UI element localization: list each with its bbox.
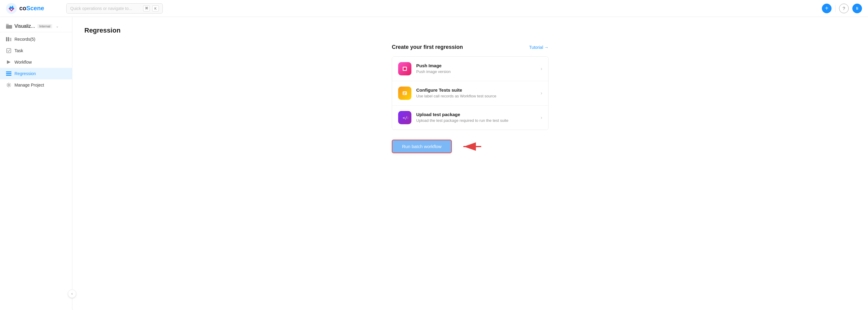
- svg-marker-9: [7, 60, 10, 64]
- header: coScene Quick operations or navigate to.…: [0, 0, 868, 17]
- sidebar-collapse-button[interactable]: ‹: [68, 289, 76, 298]
- step-configure-tests-arrow: ›: [541, 90, 542, 96]
- avatar-button[interactable]: li: [852, 4, 862, 13]
- arrow-svg: [459, 141, 483, 152]
- step-push-image-title: Push Image: [416, 63, 537, 68]
- add-button[interactable]: +: [822, 4, 832, 13]
- page-title: Regression: [84, 27, 856, 34]
- step-push-image[interactable]: Push Image Push image version ›: [392, 57, 548, 81]
- folder-icon: [6, 24, 12, 29]
- tutorial-label: Tutorial: [529, 45, 543, 50]
- arrow-right-icon: →: [544, 45, 549, 50]
- card-header: Create your first regression Tutorial →: [392, 44, 549, 50]
- svg-point-13: [8, 84, 10, 86]
- step-upload-test-package-title: Upload test package: [416, 112, 537, 117]
- upload-test-package-icon: </>: [398, 111, 411, 124]
- svg-rect-6: [10, 39, 11, 40]
- svg-rect-18: [404, 93, 405, 94]
- push-image-icon: [398, 62, 411, 75]
- regression-card: Create your first regression Tutorial →: [392, 44, 549, 153]
- steps-list: Push Image Push image version ›: [392, 56, 549, 130]
- sidebar-project-item[interactable]: Visualiz... Internal ⌄: [0, 21, 72, 32]
- sidebar-regression-label: Regression: [14, 71, 36, 76]
- logo-text: coScene: [19, 5, 44, 12]
- step-configure-tests-desc: Use label call records as Workflow test …: [416, 93, 537, 99]
- gear-icon: [6, 82, 11, 88]
- step-configure-tests[interactable]: Configure Tests suite Use label call rec…: [392, 81, 548, 106]
- svg-rect-4: [8, 37, 9, 41]
- sidebar-task-label: Task: [14, 48, 23, 53]
- svg-rect-15: [404, 67, 406, 70]
- svg-rect-1: [6, 25, 12, 29]
- step-push-image-content: Push Image Push image version: [416, 63, 537, 75]
- step-configure-tests-content: Configure Tests suite Use label call rec…: [416, 87, 537, 99]
- svg-rect-19: [404, 94, 405, 95]
- svg-rect-8: [7, 49, 11, 53]
- sidebar: Visualiz... Internal ⌄ Records(5): [0, 17, 72, 310]
- arrow-indicator: [459, 141, 483, 152]
- run-batch-workflow-button[interactable]: Run batch workflow: [392, 140, 452, 153]
- kbd-k: K: [152, 5, 159, 11]
- step-upload-test-package[interactable]: </> Upload test package Upload the test …: [392, 106, 548, 130]
- logo-icon: [6, 3, 17, 14]
- layout: Visualiz... Internal ⌄ Records(5): [0, 17, 868, 310]
- records-icon: [6, 36, 11, 42]
- svg-rect-5: [10, 38, 11, 38]
- chevron-down-icon: ⌄: [56, 24, 59, 28]
- task-icon: [6, 48, 11, 53]
- svg-rect-10: [6, 72, 11, 73]
- logo-area: coScene: [6, 3, 66, 14]
- search-placeholder: Quick operations or navigate to...: [70, 6, 141, 11]
- sidebar-item-regression[interactable]: Regression: [0, 68, 72, 79]
- search-bar[interactable]: Quick operations or navigate to... ⌘ K: [66, 3, 163, 13]
- sidebar-item-workflow[interactable]: Workflow: [0, 56, 72, 68]
- sidebar-item-manage-project[interactable]: Manage Project: [0, 79, 72, 91]
- sidebar-records-label: Records(5): [14, 37, 35, 41]
- svg-rect-7: [10, 40, 11, 41]
- project-label: Visualiz...: [14, 24, 35, 29]
- step-push-image-arrow: ›: [541, 66, 542, 72]
- svg-rect-12: [6, 75, 11, 76]
- workflow-icon: [6, 59, 11, 65]
- step-upload-test-package-desc: Upload the test package required to run …: [416, 118, 537, 123]
- step-push-image-desc: Push image version: [416, 69, 537, 75]
- help-button[interactable]: ?: [839, 4, 849, 13]
- svg-rect-11: [6, 73, 11, 74]
- header-right: + ? li: [822, 4, 862, 13]
- kbd-cmd: ⌘: [143, 5, 150, 11]
- sidebar-manage-project-label: Manage Project: [14, 83, 44, 87]
- svg-text:</>: </>: [403, 115, 408, 120]
- configure-tests-icon: [398, 87, 411, 100]
- sidebar-item-records[interactable]: Records(5): [0, 33, 72, 45]
- step-upload-test-package-arrow: ›: [541, 115, 542, 120]
- sidebar-item-task[interactable]: Task: [0, 45, 72, 56]
- regression-icon: [6, 71, 11, 76]
- svg-rect-17: [404, 92, 406, 93]
- btn-area: Run batch workflow: [392, 140, 549, 153]
- internal-badge: Internal: [37, 24, 52, 28]
- svg-rect-3: [6, 37, 7, 41]
- main-content: Regression Create your first regression …: [72, 17, 868, 310]
- tutorial-link[interactable]: Tutorial →: [529, 45, 549, 50]
- step-upload-test-package-content: Upload test package Upload the test pack…: [416, 112, 537, 123]
- sidebar-workflow-label: Workflow: [14, 60, 32, 64]
- card-heading: Create your first regression: [392, 44, 463, 50]
- step-configure-tests-title: Configure Tests suite: [416, 87, 537, 92]
- svg-rect-2: [6, 24, 9, 25]
